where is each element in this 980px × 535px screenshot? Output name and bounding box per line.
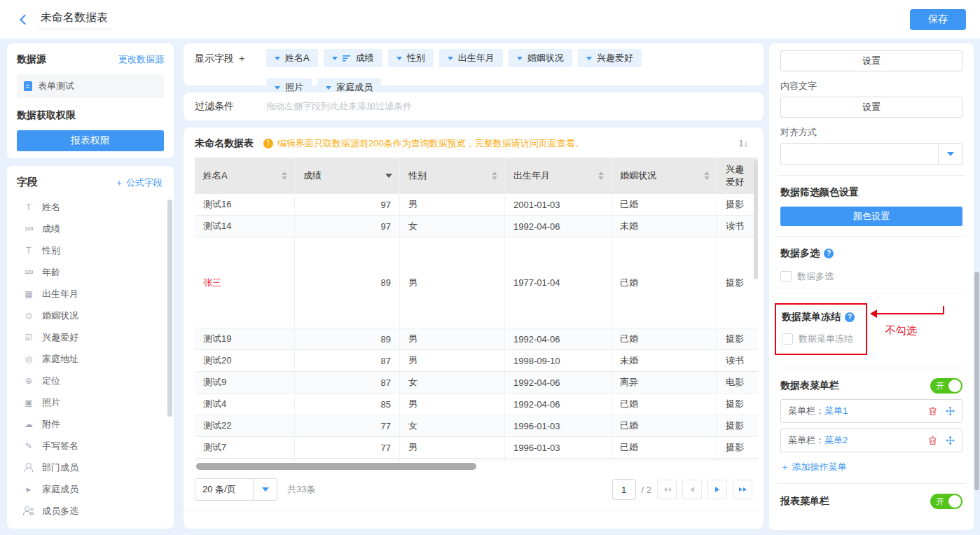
chevron-down-icon[interactable]: [332, 57, 338, 63]
table-row[interactable]: 测试2087男1998-09-10未婚读书: [195, 350, 758, 372]
datasource-item[interactable]: 表单测试: [17, 74, 164, 98]
page-title[interactable]: 未命名数据表: [39, 9, 112, 29]
display-field-chip-兴趣爱好[interactable]: 兴趣爱好: [578, 49, 642, 67]
back-button[interactable]: [14, 11, 32, 29]
color-set-button[interactable]: 颜色设置: [780, 207, 962, 226]
save-button[interactable]: 保存: [910, 9, 966, 30]
menu-item-菜单2[interactable]: 菜单栏：菜单2: [780, 429, 962, 452]
move-menu-icon[interactable]: [946, 436, 955, 445]
display-field-chip-出生年月[interactable]: 出生年月: [439, 49, 503, 67]
table-menu-toggle[interactable]: 开: [930, 378, 962, 394]
table-row[interactable]: 测试777男1996-01-03已婚摄影: [195, 437, 758, 459]
position-icon: ⊕: [21, 376, 36, 386]
delete-menu-icon[interactable]: [928, 436, 937, 445]
sort-toggle-icon[interactable]: [598, 172, 604, 180]
field-item-婚姻状况[interactable]: ⊙婚姻状况: [17, 305, 167, 326]
chevron-down-icon[interactable]: [275, 86, 280, 92]
field-item-部门成员[interactable]: 部门成员: [17, 457, 167, 478]
delete-menu-icon[interactable]: [928, 406, 937, 416]
move-menu-icon[interactable]: [946, 406, 955, 416]
report-permission-button[interactable]: 报表权限: [17, 130, 164, 151]
report-menu-toggle[interactable]: 开: [930, 494, 962, 509]
field-item-手写签名[interactable]: ✎手写签名: [17, 435, 167, 457]
chevron-down-icon[interactable]: [396, 57, 402, 63]
table-row[interactable]: 测试485男1992-04-06已婚摄影: [195, 394, 758, 415]
cell-value: 摄影: [726, 333, 744, 345]
first-page-button[interactable]: [657, 480, 677, 499]
display-field-chip-成绩[interactable]: 成绩: [324, 49, 382, 67]
field-item-照片[interactable]: ▣照片: [17, 391, 167, 413]
chevron-down-icon[interactable]: [448, 57, 453, 63]
double-right-icon: [739, 487, 743, 492]
column-header-性别[interactable]: 性别: [400, 158, 505, 194]
menu-item-link[interactable]: 菜单1: [824, 405, 848, 417]
page-scrollbar[interactable]: [974, 272, 979, 490]
chevron-down-icon[interactable]: [517, 57, 523, 63]
display-field-chip-婚姻状况[interactable]: 婚姻状况: [509, 49, 572, 67]
help-icon[interactable]: ?: [824, 249, 834, 258]
field-item-姓名[interactable]: T姓名: [17, 196, 167, 218]
table-row[interactable]: 测试1497女1992-04-06未婚读书: [195, 216, 758, 237]
chevron-down-icon[interactable]: [275, 57, 280, 63]
permission-heading: 数据获取权限: [17, 109, 164, 122]
next-page-button[interactable]: [708, 480, 727, 499]
field-list-scrollbar[interactable]: [167, 200, 172, 417]
cell: 测试22: [195, 415, 295, 436]
table-row[interactable]: 测试2277女1996-01-03已婚摄影: [195, 415, 758, 437]
field-item-家庭地址[interactable]: ◎家庭地址: [17, 348, 167, 370]
add-formula-field-link[interactable]: ＋ 公式字段: [114, 176, 163, 189]
table-row[interactable]: 测试987女1992-04-06离异电影: [195, 372, 758, 394]
add-menu-link[interactable]: ＋ 添加操作菜单: [780, 461, 847, 473]
sort-order-button[interactable]: 1↓: [734, 137, 752, 150]
content-text-set-button[interactable]: 设置: [780, 97, 962, 118]
display-field-chip-姓名A[interactable]: 姓名A: [266, 49, 318, 67]
table-row[interactable]: 测试1697男2001-01-03已婚摄影: [195, 194, 758, 216]
sort-toggle-icon[interactable]: [492, 172, 497, 180]
table-horizontal-scrollbar[interactable]: [196, 463, 476, 470]
menu-item-link[interactable]: 菜单2: [824, 434, 848, 447]
last-page-button[interactable]: [733, 480, 752, 499]
sort-toggle-icon[interactable]: [704, 172, 710, 180]
field-label: 性别: [42, 244, 60, 257]
header-text-set-button[interactable]: 设置: [780, 50, 962, 71]
table-row[interactable]: 测试1989男1992-04-06已婚摄影: [195, 328, 758, 350]
field-item-附件[interactable]: ☁附件: [17, 413, 167, 435]
field-item-年龄[interactable]: 123年龄: [17, 261, 167, 283]
sort-desc-active-icon[interactable]: [385, 174, 392, 178]
cell: 2001-01-03: [505, 194, 612, 215]
change-datasource-link[interactable]: 更改数据源: [118, 53, 164, 66]
field-list: T姓名123成绩T性别123年龄▦出生年月⊙婚姻状况☑兴趣爱好◎家庭地址⊕定位▣…: [17, 196, 167, 522]
cell-value: 测试16: [203, 198, 231, 211]
freeze-checkbox[interactable]: [782, 333, 793, 345]
table-vertical-scrollbar[interactable]: [754, 160, 758, 279]
help-icon[interactable]: ?: [845, 312, 855, 322]
field-item-成绩[interactable]: 123成绩: [17, 218, 167, 239]
display-field-chip-性别[interactable]: 性别: [388, 49, 434, 67]
field-item-兴趣爱好[interactable]: ☑兴趣爱好: [17, 326, 167, 348]
add-display-field-button[interactable]: ＋: [237, 53, 247, 64]
multi-select-checkbox[interactable]: [780, 271, 792, 282]
page-size-select[interactable]: 20 条/页: [195, 478, 277, 501]
field-item-性别[interactable]: T性别: [17, 239, 167, 261]
column-header-婚姻状况[interactable]: 婚姻状况: [612, 158, 717, 194]
freeze-section: 数据菜单冻结 ? 数据菜单冻结 不勾选: [780, 303, 962, 358]
sort-toggle-icon[interactable]: [282, 172, 287, 180]
page-number-input[interactable]: [612, 479, 636, 500]
column-header-兴趣爱好[interactable]: 兴趣爱好: [717, 158, 758, 194]
field-item-出生年月[interactable]: ▦出生年月: [17, 283, 167, 305]
column-header-出生年月[interactable]: 出生年月: [505, 158, 612, 194]
cell: 1977-01-04: [505, 237, 612, 328]
table-row[interactable]: 张三89男1977-01-04已婚摄影: [195, 237, 758, 328]
field-item-定位[interactable]: ⊕定位: [17, 370, 167, 391]
column-header-成绩[interactable]: 成绩: [295, 158, 400, 194]
chevron-down-icon[interactable]: [326, 86, 331, 92]
chevron-down-icon[interactable]: [586, 57, 592, 63]
expand-icon: ▶: [21, 486, 36, 493]
filter-dropzone[interactable]: 拖动左侧字段到此处来添加过滤条件: [266, 100, 412, 113]
align-select[interactable]: [780, 143, 962, 165]
field-item-成员多选[interactable]: 成员多选: [17, 500, 167, 522]
prev-page-button[interactable]: [682, 480, 702, 499]
menu-item-菜单1[interactable]: 菜单栏：菜单1: [780, 399, 962, 423]
column-header-姓名A[interactable]: 姓名A: [195, 158, 295, 194]
field-item-家庭成员[interactable]: ▶家庭成员: [17, 478, 167, 500]
